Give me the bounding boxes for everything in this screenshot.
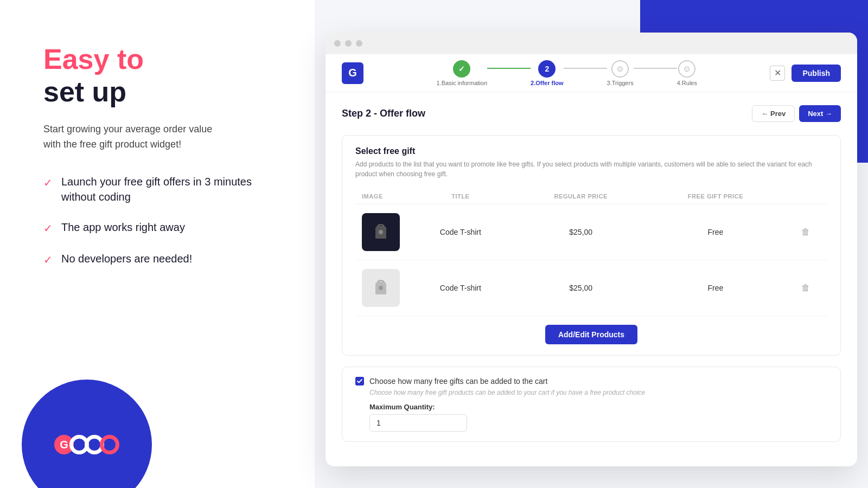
col-actions — [784, 189, 827, 204]
header-actions: ✕ Publish — [770, 65, 841, 82]
close-button[interactable]: ✕ — [770, 66, 785, 81]
prev-button[interactable]: ← Prev — [752, 105, 795, 122]
col-image: IMAGE — [355, 189, 406, 204]
step-title: Step 2 - Offer flow — [342, 108, 425, 119]
main-headline: Easy to set up — [43, 43, 282, 108]
app-logo: G — [342, 62, 363, 84]
section-title: Select free gift — [355, 146, 827, 156]
product-free-price-2: Free — [647, 260, 784, 316]
feature-text-2: The app works right away — [61, 220, 185, 235]
checkbox-hint: Choose how many free gift products can b… — [369, 389, 827, 396]
products-table: IMAGE TITLE REGULAR PRICE FREE GIFT PRIC… — [355, 189, 827, 316]
checkbox-label: Choose how many free gifts can be added … — [369, 377, 547, 386]
step-circle-4: ⊙ — [678, 60, 695, 78]
step-line-2 — [564, 68, 607, 69]
section-description: Add products to the list that you want t… — [355, 159, 827, 179]
checkbox-row: Choose how many free gifts can be added … — [355, 377, 827, 386]
app-mockup: G ✓ 1.Basic information 2 2.Offer flow ⊙… — [326, 33, 857, 466]
headline-setup: set up — [43, 76, 126, 107]
feature-item: ✓ Launch your free gift offers in 3 minu… — [43, 174, 282, 204]
svg-point-1 — [379, 286, 383, 290]
step-circle-2: 2 — [538, 60, 556, 78]
feature-text-1: Launch your free gift offers in 3 minute… — [61, 174, 282, 204]
step-label-3: 3.Triggers — [607, 80, 634, 86]
step-header: Step 2 - Offer flow ← Prev Next → — [342, 105, 841, 122]
table-row: Code T-shirt $25,00 Free 🗑 — [355, 204, 827, 260]
product-thumbnail-2 — [362, 269, 400, 307]
product-thumbnail-1 — [362, 213, 400, 251]
step-4: ⊙ 4.Rules — [677, 60, 697, 86]
subtitle-text: Start growing your average order valuewi… — [43, 121, 282, 153]
check-icon-3: ✓ — [43, 252, 53, 267]
publish-button[interactable]: Publish — [792, 65, 841, 82]
product-delete-2[interactable]: 🗑 — [784, 260, 827, 316]
browser-chrome — [326, 33, 857, 54]
steps-progress: ✓ 1.Basic information 2 2.Offer flow ⊙ 3… — [374, 60, 759, 86]
step-circle-3: ⊙ — [611, 60, 629, 78]
feature-list: ✓ Launch your free gift offers in 3 minu… — [43, 174, 282, 267]
next-button[interactable]: Next → — [799, 105, 841, 122]
step-circle-1: ✓ — [453, 60, 470, 78]
delete-icon-2[interactable]: 🗑 — [801, 283, 810, 292]
feature-item: ✓ The app works right away — [43, 220, 282, 236]
product-image-1 — [355, 204, 406, 260]
headline-easy: Easy to — [43, 43, 144, 75]
feature-item: ✓ No developers are needed! — [43, 251, 282, 267]
add-edit-products-button[interactable]: Add/Edit Products — [545, 325, 637, 344]
product-free-price-1: Free — [647, 204, 784, 260]
col-free-gift-price: FREE GIFT PRICE — [647, 189, 784, 204]
step-line-3 — [634, 68, 677, 69]
browser-dot-1 — [334, 40, 341, 47]
left-panel: Easy to set up Start growing your averag… — [0, 0, 315, 488]
col-regular-price: REGULAR PRICE — [515, 189, 647, 204]
step-1: ✓ 1.Basic information — [436, 60, 487, 86]
step-line-1 — [487, 68, 531, 69]
delete-icon-1[interactable]: 🗑 — [801, 227, 810, 236]
product-title-1: Code T-shirt — [406, 204, 515, 260]
feature-text-3: No developers are needed! — [61, 251, 192, 266]
max-quantity-input[interactable] — [369, 414, 467, 432]
table-header: IMAGE TITLE REGULAR PRICE FREE GIFT PRIC… — [355, 189, 827, 204]
nav-buttons: ← Prev Next → — [752, 105, 841, 122]
check-icon-1: ✓ — [43, 175, 53, 190]
step-label-2: 2.Offer flow — [531, 80, 564, 86]
product-price-2: $25,00 — [515, 260, 647, 316]
logo-container: G — [22, 380, 152, 488]
quantity-section: Choose how many free gifts can be added … — [342, 367, 841, 442]
step-label-1: 1.Basic information — [436, 80, 487, 86]
product-title-2: Code T-shirt — [406, 260, 515, 316]
app-header: G ✓ 1.Basic information 2 2.Offer flow ⊙… — [326, 54, 857, 92]
logo-ring-3 — [100, 435, 119, 454]
browser-dot-3 — [356, 40, 362, 47]
browser-dot-2 — [345, 40, 352, 47]
product-delete-1[interactable]: 🗑 — [784, 204, 827, 260]
svg-point-0 — [379, 230, 383, 234]
logo-circle: G — [22, 380, 152, 488]
step-3: ⊙ 3.Triggers — [607, 60, 634, 86]
quantity-checkbox[interactable] — [355, 377, 364, 386]
col-title: TITLE — [406, 189, 515, 204]
table-row: Code T-shirt $25,00 Free 🗑 — [355, 260, 827, 316]
max-quantity-label: Maximum Quantity: — [369, 403, 827, 411]
check-icon-2: ✓ — [43, 221, 53, 236]
select-free-gift-section: Select free gift Add products to the lis… — [342, 135, 841, 356]
step-2: 2 2.Offer flow — [531, 60, 564, 86]
logo-inner: G — [54, 435, 119, 454]
product-price-1: $25,00 — [515, 204, 647, 260]
product-image-2 — [355, 260, 406, 316]
app-content: Step 2 - Offer flow ← Prev Next → Select… — [326, 92, 857, 466]
step-label-4: 4.Rules — [677, 80, 697, 86]
